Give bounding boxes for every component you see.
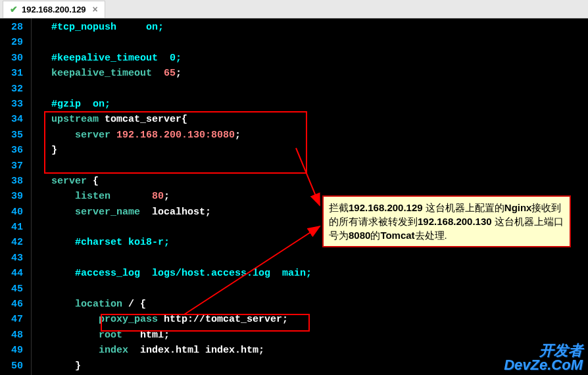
line-number: 35 [0,128,23,143]
line-number: 32 [0,82,23,97]
line-number: 46 [0,297,23,312]
line-number: 48 [0,328,23,343]
line-number: 41 [0,220,23,235]
line-number: 37 [0,159,23,174]
editor-tab[interactable]: ✔ 192.168.200.129 × [3,1,105,18]
code-line[interactable] [51,35,588,50]
code-line[interactable]: server { [51,174,588,189]
line-number: 40 [0,205,23,220]
annotation-note: 拦截192.168.200.129 这台机器上配置的Nginx接收到的所有请求被… [322,195,571,247]
line-number: 33 [0,97,23,112]
line-number: 36 [0,143,23,158]
connection-icon: ✔ [10,4,18,14]
code-line[interactable]: proxy_pass http://tomcat_server; [51,312,588,327]
line-number: 34 [0,112,23,127]
line-number: 31 [0,66,23,81]
line-number: 29 [0,35,23,50]
code-line[interactable]: keepalive_timeout 65; [51,66,588,81]
line-number: 42 [0,235,23,250]
code-line[interactable] [51,159,588,174]
code-line[interactable]: #access_log logs/host.access.log main; [51,266,588,281]
tab-title: 192.168.200.129 [22,5,86,14]
code-line[interactable]: index index.html index.htm; [51,343,588,358]
tab-bar: ✔ 192.168.200.129 × [0,0,588,18]
line-number: 43 [0,251,23,266]
code-line[interactable]: upstream tomcat_server{ [51,112,588,127]
code-line[interactable]: server 192.168.200.130:8080; [51,128,588,143]
close-icon[interactable]: × [93,4,98,14]
line-number: 47 [0,312,23,327]
line-number-gutter: 2829303132333435363738394041424344454647… [0,18,32,375]
code-line[interactable] [51,82,588,97]
code-line[interactable] [51,282,588,297]
code-line[interactable]: } [51,143,588,158]
line-number: 38 [0,174,23,189]
line-number: 49 [0,343,23,358]
line-number: 28 [0,20,23,35]
code-line[interactable] [51,251,588,266]
line-number: 39 [0,189,23,204]
code-line[interactable]: #keepalive_timeout 0; [51,51,588,66]
code-line[interactable]: #tcp_nopush on; [51,20,588,35]
line-number: 45 [0,282,23,297]
line-number: 50 [0,359,23,374]
code-line[interactable]: root html; [51,328,588,343]
line-number: 44 [0,266,23,281]
code-line[interactable]: location / { [51,297,588,312]
line-number: 30 [0,51,23,66]
code-line[interactable]: } [51,359,588,374]
code-line[interactable]: #gzip on; [51,97,588,112]
